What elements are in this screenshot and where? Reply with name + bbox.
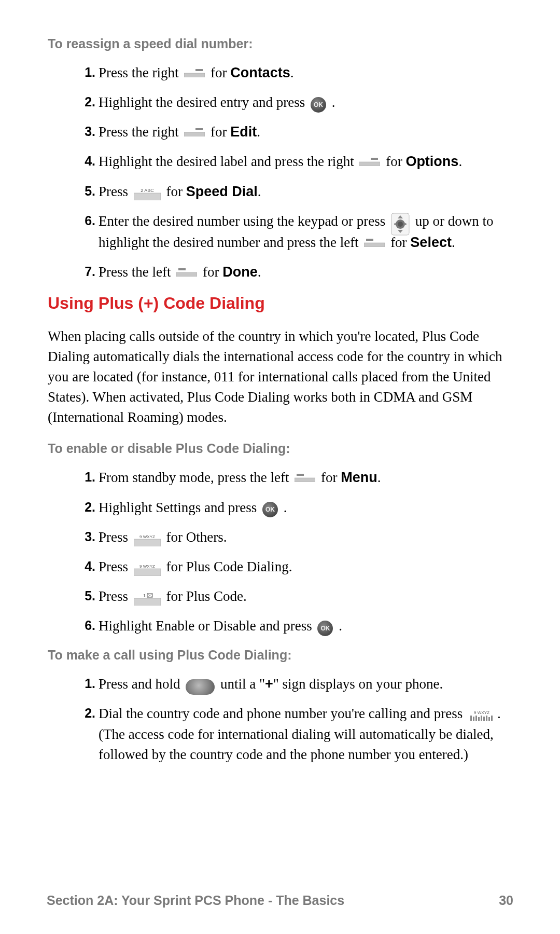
step-text: . <box>452 235 455 250</box>
heading-make-call: To make a call using Plus Code Dialing: <box>48 648 513 663</box>
step-text: for Plus Code Dialing. <box>166 559 292 574</box>
svg-rect-4 <box>359 162 380 166</box>
step-number: 3. <box>78 122 95 141</box>
step-number: 2. <box>78 704 95 722</box>
step-text: Press <box>99 559 132 574</box>
step-number: 6. <box>78 211 95 230</box>
talk-key-icon: 9 WXYZ <box>468 709 495 723</box>
step-bold: Menu <box>341 470 377 485</box>
step-text: Highlight Enable or Disable and press <box>99 618 315 634</box>
svg-rect-23 <box>134 569 161 576</box>
svg-text:9 WXYZ: 9 WXYZ <box>474 710 489 715</box>
step: 1. From standby mode, press the left for… <box>78 468 513 488</box>
step-text: for <box>166 184 186 199</box>
step-number: 4. <box>78 152 95 170</box>
ok-icon: OK <box>317 621 333 636</box>
svg-rect-6 <box>134 193 161 200</box>
step-bold: Select <box>410 235 452 250</box>
svg-text:9 WXYZ: 9 WXYZ <box>139 534 155 539</box>
svg-rect-0 <box>184 73 205 77</box>
step-number: 3. <box>78 527 95 546</box>
step-text: . <box>458 154 462 169</box>
softkey-icon <box>176 268 197 277</box>
step-text: Highlight the desired label and press th… <box>99 154 357 169</box>
step: 5. Press 2 ABC for Speed Dial. <box>78 182 513 202</box>
step-text: Highlight the desired entry and press <box>99 94 309 110</box>
step-number: 4. <box>78 557 95 575</box>
steps-enable: 1. From standby mode, press the left for… <box>47 468 513 636</box>
step: 7. Press the left for Done. <box>78 262 513 282</box>
svg-rect-16 <box>366 239 373 241</box>
step: 3. Press 9 WXYZ for Others. <box>78 527 513 547</box>
svg-rect-37 <box>491 716 493 721</box>
step-text: From standby mode, press the left <box>99 470 292 485</box>
softkey-icon <box>359 158 380 166</box>
svg-rect-30 <box>473 717 474 721</box>
step: 1. Press and hold until a "+" sign displ… <box>78 674 513 694</box>
footer-section: Section 2A: Your Sprint PCS Phone - The … <box>47 893 344 908</box>
paragraph: When placing calls outside of the countr… <box>48 326 513 428</box>
svg-rect-29 <box>470 716 472 721</box>
step-text: until a " <box>220 676 265 692</box>
step: 2. Dial the country code and phone numbe… <box>78 704 513 764</box>
svg-rect-34 <box>483 717 485 721</box>
step-text: for <box>390 235 410 250</box>
step-number: 7. <box>78 262 95 281</box>
svg-rect-2 <box>184 132 205 136</box>
softkey-icon <box>364 239 385 247</box>
svg-rect-21 <box>134 539 161 546</box>
step-text: " sign displays on your phone. <box>273 676 443 692</box>
step: 2. Highlight the desired entry and press… <box>78 92 513 113</box>
step: 4. Highlight the desired label and press… <box>78 152 513 172</box>
step-text: for <box>211 65 230 80</box>
step-bold: + <box>265 676 273 692</box>
step-text: for <box>386 154 405 169</box>
step-text: . <box>332 94 335 110</box>
step: 1. Press the right for Contacts. <box>78 63 513 83</box>
section-title: Using Plus (+) Code Dialing <box>48 294 513 313</box>
step-bold: Edit <box>230 124 257 140</box>
step: 3. Press the right for Edit. <box>78 122 513 142</box>
step-text: . <box>377 470 381 485</box>
step-text: Highlight Settings and press <box>99 500 260 515</box>
step-text: Press <box>99 184 132 199</box>
svg-point-14 <box>404 223 407 225</box>
ok-icon: OK <box>262 502 278 517</box>
step-text: Press and hold <box>99 676 184 692</box>
step-bold: Contacts <box>230 65 290 80</box>
key-2-icon: 2 ABC <box>134 187 161 200</box>
step-text: . <box>290 65 294 80</box>
svg-rect-36 <box>488 717 490 721</box>
svg-rect-17 <box>176 272 197 277</box>
svg-rect-15 <box>364 243 385 247</box>
steps-reassign: 1. Press the right for Contacts. 2. High… <box>47 63 513 282</box>
svg-text:2 ABC: 2 ABC <box>141 188 154 193</box>
step-number: 5. <box>78 586 95 605</box>
step-bold: Speed Dial <box>186 184 258 199</box>
step-text: for Others. <box>166 529 227 545</box>
zero-key-icon <box>186 679 215 695</box>
svg-point-13 <box>394 223 396 225</box>
svg-rect-1 <box>195 69 203 71</box>
step: 5. Press 1 for Plus Code. <box>78 586 513 607</box>
svg-rect-31 <box>475 716 477 721</box>
step-text: . <box>258 184 261 199</box>
softkey-icon <box>184 128 205 136</box>
svg-rect-33 <box>481 716 482 721</box>
step-text: Dial the country code and phone number y… <box>99 706 466 721</box>
svg-rect-35 <box>486 716 487 721</box>
svg-rect-19 <box>295 478 315 482</box>
step-number: 1. <box>78 674 95 693</box>
step-text: for <box>203 264 222 280</box>
heading-enable: To enable or disable Plus Code Dialing: <box>48 441 513 456</box>
svg-rect-25 <box>134 598 161 606</box>
svg-text:1: 1 <box>143 593 146 598</box>
heading-reassign: To reassign a speed dial number: <box>48 36 513 51</box>
step-text: . <box>258 264 261 280</box>
step-text: Press the left <box>99 264 174 280</box>
key-1-icon: 1 <box>134 592 161 606</box>
step-text: Enter the desired number using the keypa… <box>99 213 389 229</box>
step-text: for Plus Code. <box>166 588 247 604</box>
step-text: . <box>257 124 260 140</box>
steps-call: 1. Press and hold until a "+" sign displ… <box>47 674 513 765</box>
